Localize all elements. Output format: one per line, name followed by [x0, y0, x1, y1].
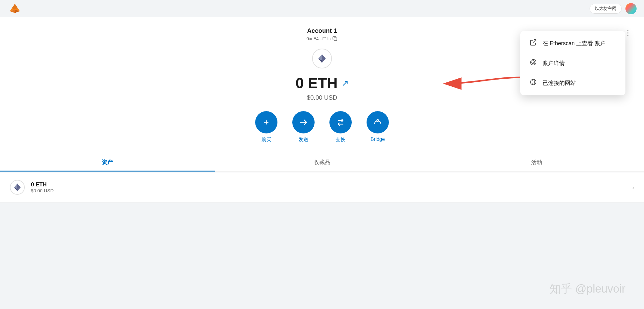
bridge-icon	[373, 117, 383, 127]
buy-button-group: + 购买	[255, 111, 277, 143]
send-label: 发送	[298, 137, 308, 143]
asset-item-eth[interactable]: 0 ETH $0.00 USD ›	[0, 172, 644, 202]
account-avatar[interactable]	[625, 3, 637, 14]
network-selector[interactable]: 以太坊主网	[590, 4, 622, 14]
top-bar: 以太坊主网	[0, 0, 644, 17]
send-button-group: 发送	[292, 111, 315, 143]
tab-activity[interactable]: 活动	[429, 153, 644, 172]
send-button[interactable]	[292, 111, 315, 133]
dropdown-item-connected-sites[interactable]: 已连接的网站	[520, 73, 625, 93]
eth-asset-icon	[10, 180, 25, 195]
connected-sites-label: 已连接的网站	[543, 79, 576, 87]
swap-button[interactable]	[329, 111, 352, 133]
action-buttons: + 购买 发送 交换	[0, 111, 644, 143]
bridge-button-group: Bridge	[367, 111, 389, 143]
tab-collectibles[interactable]: 收藏品	[215, 153, 429, 172]
eth-logo	[312, 49, 332, 68]
svg-point-9	[533, 62, 534, 63]
buy-button[interactable]: +	[255, 111, 277, 133]
balance-amount: 0 ETH	[295, 75, 337, 92]
dropdown-menu: 在 Etherscan 上查看 账户 账户详情 已连接的网站	[520, 31, 625, 95]
dropdown-item-etherscan[interactable]: 在 Etherscan 上查看 账户	[520, 33, 625, 53]
etherscan-label: 在 Etherscan 上查看 账户	[543, 40, 606, 47]
svg-rect-5	[334, 38, 337, 41]
asset-eth-value: $0.00 USD	[31, 188, 632, 193]
buy-label: 购买	[261, 137, 271, 143]
account-detail-icon	[529, 59, 538, 67]
top-bar-right: 以太坊主网	[590, 3, 637, 14]
copy-address-icon[interactable]	[333, 36, 337, 41]
svg-point-6	[377, 120, 379, 121]
external-link-icon	[529, 39, 538, 48]
swap-icon	[336, 117, 346, 127]
asset-info-eth: 0 ETH $0.00 USD	[31, 181, 632, 193]
bridge-label: Bridge	[371, 137, 385, 142]
swap-button-group: 交换	[329, 111, 352, 143]
tabs-container: 资产 收藏品 活动	[0, 153, 644, 172]
metamask-logo	[7, 1, 22, 16]
watermark: 知乎 @pleuvoir	[550, 281, 625, 297]
connected-sites-icon	[529, 79, 538, 87]
asset-eth-name: 0 ETH	[31, 181, 632, 188]
send-icon	[298, 117, 308, 127]
account-detail-label: 账户详情	[543, 59, 565, 67]
dropdown-item-account-detail[interactable]: 账户详情	[520, 53, 625, 73]
bridge-button[interactable]	[367, 111, 389, 133]
tab-assets[interactable]: 资产	[0, 153, 215, 172]
swap-label: 交换	[336, 137, 346, 143]
chart-icon[interactable]: ↗	[341, 78, 349, 88]
asset-chevron-icon: ›	[632, 184, 634, 191]
asset-list: 0 ETH $0.00 USD ›	[0, 172, 644, 202]
